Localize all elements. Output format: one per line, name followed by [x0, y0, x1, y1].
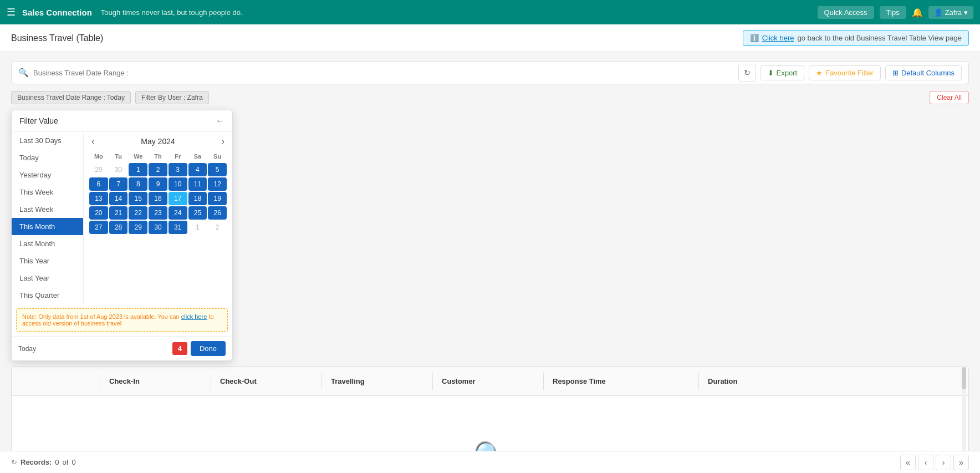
favourite-filter-button[interactable]: ★ Favourite Filter: [809, 65, 881, 80]
cal-day[interactable]: 8: [129, 177, 147, 191]
filter-list-item[interactable]: Last Month: [12, 235, 83, 252]
filter-list-item[interactable]: This Month: [12, 218, 83, 235]
filter-list-item[interactable]: Last 30 Days: [12, 132, 83, 149]
cal-day[interactable]: 27: [89, 221, 108, 234]
filter-note-link[interactable]: click here: [181, 313, 207, 320]
today-link[interactable]: Today: [18, 345, 36, 353]
top-nav: ☰ Sales Connection Tough times never las…: [0, 0, 980, 24]
day-badge: 4: [172, 342, 187, 355]
refresh-icon-footer[interactable]: ↻: [11, 458, 17, 466]
calendar-grid: MoTuWeThFrSaSu29301234567891011121314151…: [89, 151, 227, 234]
done-button[interactable]: Done: [191, 341, 226, 356]
cal-next-button[interactable]: ›: [222, 136, 224, 146]
cal-prev-button[interactable]: ‹: [91, 136, 94, 146]
cal-day[interactable]: 4: [188, 163, 207, 176]
cal-day[interactable]: 29: [129, 221, 147, 234]
cal-day[interactable]: 9: [149, 177, 167, 191]
next-page-button[interactable]: ›: [936, 455, 951, 470]
user-menu-button[interactable]: 👤 Zafra ▾: [928, 6, 973, 19]
brand-name: Sales Connection: [22, 8, 92, 17]
cal-day-header: Su: [208, 151, 227, 162]
tips-button[interactable]: Tips: [880, 6, 906, 19]
cal-day[interactable]: 1: [129, 163, 147, 176]
columns-icon: ⊞: [892, 69, 899, 77]
cal-day[interactable]: 2: [208, 221, 227, 234]
filter-list-item[interactable]: Yesterday: [12, 166, 83, 184]
refresh-button[interactable]: ↻: [738, 64, 756, 82]
table-header-cell: Travelling: [322, 373, 433, 390]
user-filter-tag[interactable]: Filter By User : Zafra: [135, 91, 209, 104]
cal-day[interactable]: 10: [169, 177, 187, 191]
filter-note: Note: Only data from 1st of Aug 2023 is …: [16, 308, 228, 332]
cal-day[interactable]: 29: [89, 163, 108, 176]
tagline: Tough times never last, but tough people…: [101, 8, 243, 17]
export-button[interactable]: ⬇ Export: [760, 65, 805, 80]
cal-day[interactable]: 24: [169, 206, 187, 220]
cal-day[interactable]: 13: [89, 192, 108, 205]
cal-day[interactable]: 18: [188, 192, 207, 205]
cal-day[interactable]: 11: [188, 177, 207, 191]
cal-day-header: Fr: [169, 151, 187, 162]
cal-day[interactable]: 3: [169, 163, 187, 176]
cal-day[interactable]: 22: [129, 206, 147, 220]
records-total: 0: [72, 458, 75, 466]
filter-list-item[interactable]: Last Year: [12, 269, 83, 287]
table-header: Check-InCheck-OutTravellingCustomerRespo…: [12, 367, 968, 396]
cal-day[interactable]: 21: [109, 206, 128, 220]
cal-day[interactable]: 26: [208, 206, 227, 220]
quick-access-button[interactable]: Quick Access: [818, 6, 874, 19]
cal-day[interactable]: 14: [109, 192, 128, 205]
cal-day[interactable]: 7: [109, 177, 128, 191]
cal-day-header: Tu: [109, 151, 128, 162]
star-icon: ★: [816, 69, 823, 77]
cal-day[interactable]: 15: [129, 192, 147, 205]
cal-day[interactable]: 6: [89, 177, 108, 191]
cal-day[interactable]: 5: [208, 163, 227, 176]
calendar-panel: ‹ May 2024 › MoTuWeThFrSaSu2930123456789…: [84, 132, 232, 304]
filter-list-item[interactable]: Today: [12, 149, 83, 166]
cal-day[interactable]: 1: [188, 221, 207, 234]
menu-icon[interactable]: ☰: [7, 6, 16, 18]
date-range-filter-tag[interactable]: Business Travel Date Range : Today: [11, 91, 131, 104]
cal-day[interactable]: 17: [169, 192, 187, 205]
scrollbar-thumb: [962, 367, 966, 389]
filter-list-item[interactable]: This Year: [12, 252, 83, 269]
cal-day[interactable]: 28: [109, 221, 128, 234]
cal-day[interactable]: 19: [208, 192, 227, 205]
table-header-cell: Response Time: [544, 373, 699, 390]
old-page-link[interactable]: Click here: [762, 34, 794, 42]
cal-day[interactable]: 12: [208, 177, 227, 191]
cal-day[interactable]: 16: [149, 192, 167, 205]
filter-dropdown: Filter Value ← Last 30 DaysTodayYesterda…: [11, 110, 233, 361]
main-content: 🔍 ↻ ⬇ Export ★ Favourite Filter ⊞ Defaul…: [0, 52, 980, 473]
filter-dropdown-title: Filter Value: [19, 116, 58, 125]
filter-dropdown-body: Last 30 DaysTodayYesterdayThis WeekLast …: [12, 132, 232, 304]
bell-icon[interactable]: 🔔: [912, 7, 923, 18]
clear-all-button[interactable]: Clear All: [930, 91, 969, 104]
records-of: of: [63, 458, 69, 466]
cal-day[interactable]: 25: [188, 206, 207, 220]
cal-day[interactable]: 31: [169, 221, 187, 234]
cal-day[interactable]: 30: [149, 221, 167, 234]
first-page-button[interactable]: «: [900, 455, 916, 470]
table-header-cell: Duration: [699, 373, 810, 390]
records-label: Records:: [21, 458, 52, 466]
filter-list-item[interactable]: This Quarter: [12, 287, 83, 304]
cal-day[interactable]: 30: [109, 163, 128, 176]
calendar-nav: ‹ May 2024 ›: [89, 136, 227, 146]
page-header: Business Travel (Table) ℹ️ Click here go…: [0, 24, 980, 52]
table-header-cell: Check-In: [100, 373, 211, 390]
filter-list-item[interactable]: Last Week: [12, 201, 83, 218]
last-page-button[interactable]: »: [953, 455, 969, 470]
info-text: go back to the old Business Travel Table…: [797, 34, 962, 42]
cal-day[interactable]: 20: [89, 206, 108, 220]
table-header-cell: Customer: [433, 373, 544, 390]
search-input[interactable]: [33, 69, 738, 77]
prev-page-button[interactable]: ‹: [918, 455, 933, 470]
filter-list-item[interactable]: This Week: [12, 184, 83, 201]
filter-back-button[interactable]: ←: [216, 116, 224, 126]
cal-day[interactable]: 2: [149, 163, 167, 176]
cal-day[interactable]: 23: [149, 206, 167, 220]
user-name: Zafra: [945, 8, 962, 17]
default-columns-button[interactable]: ⊞ Default Columns: [885, 65, 962, 80]
